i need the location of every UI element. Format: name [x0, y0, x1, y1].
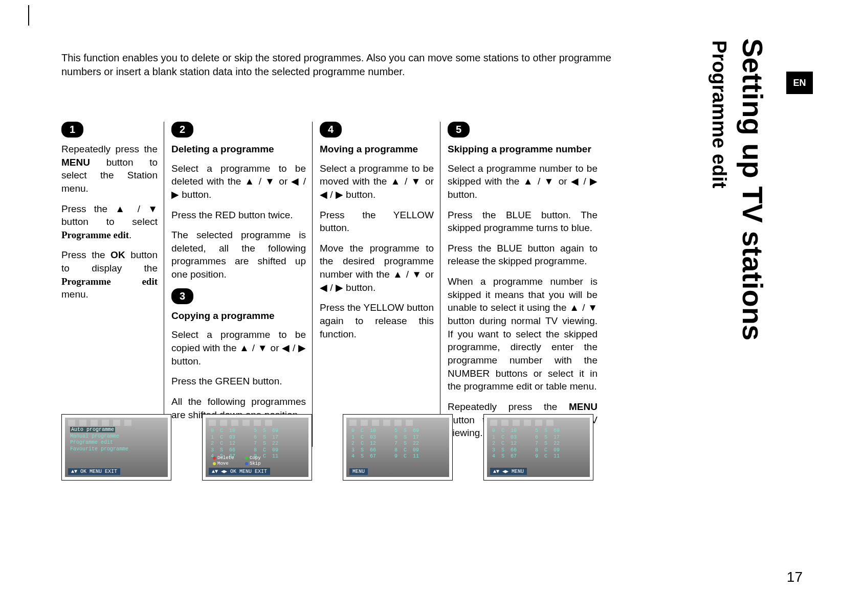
- step-2-title: Deleting a programme: [171, 143, 306, 156]
- step-4-p3: Move the programme to the desired progra…: [320, 242, 434, 294]
- osd-screenshot-4: 0 C 10 5 S 69 1 C 03 6 S 17 2 C 12 7 S 2…: [483, 414, 593, 481]
- page-title-block: Setting up TV stations Programme edit: [708, 38, 769, 340]
- page-title: Setting up TV stations: [736, 38, 769, 340]
- column-1: 1 Repeatedly press the MENU button to se…: [61, 122, 164, 447]
- page-subtitle: Programme edit: [708, 40, 730, 340]
- osd-programme-table: 0 C 10 5 S 69 1 C 03 6 S 17 2 C 12 7 S 2…: [492, 428, 587, 460]
- step-2-badge: 2: [171, 122, 193, 138]
- column-3: 4 Moving a programme Select a programme …: [312, 122, 440, 447]
- step-1-p3: Press the OK button to display the Progr…: [61, 248, 158, 301]
- osd-color-legend: Delete Copy Move Skip: [213, 455, 303, 467]
- osd-menu-list: Auto programme Manual programme Programm…: [70, 427, 165, 452]
- step-3-badge: 3: [171, 288, 193, 304]
- osd-footer-hint: MENU: [349, 468, 368, 475]
- step-1-badge: 1: [61, 122, 83, 138]
- step-4-p1: Select a programme to be moved with the …: [320, 162, 434, 201]
- step-5-p2: Press the BLUE button. The skipped progr…: [448, 209, 597, 235]
- page-number: 17: [787, 569, 803, 585]
- step-3-title: Copying a programme: [171, 309, 306, 323]
- step-5-p1: Select a programme number to be skipped …: [448, 162, 597, 201]
- step-5-badge: 5: [448, 122, 470, 138]
- osd-programme-table: 0 C 10 5 S 69 1 C 03 6 S 17 2 C 12 7 S 2…: [351, 428, 446, 460]
- osd-screenshot-row: Auto programme Manual programme Programm…: [61, 414, 604, 481]
- osd-icon-row: [349, 420, 446, 427]
- osd-footer-hint: ▲▼ ◀▶ MENU: [490, 468, 527, 475]
- osd-icon-row: [68, 420, 165, 427]
- step-1-p2: Press the ▲ / ▼ button to select Program…: [61, 202, 158, 242]
- step-5-p4: When a programme number is skipped it me…: [448, 275, 597, 393]
- step-2-p1: Select a programme to be deleted with th…: [171, 162, 306, 201]
- step-3-p1: Select a programme to be copied with the…: [171, 328, 306, 368]
- language-badge: EN: [786, 72, 813, 94]
- manual-page: EN Setting up TV stations Programme edit…: [0, 0, 841, 616]
- instruction-columns: 1 Repeatedly press the MENU button to se…: [61, 122, 604, 447]
- osd-screenshot-1: Auto programme Manual programme Programm…: [61, 414, 171, 481]
- osd-icon-row: [209, 420, 305, 427]
- step-1-p1: Repeatedly press the MENU button to sele…: [61, 143, 158, 195]
- step-3-p2: Press the GREEN button.: [171, 375, 306, 388]
- crop-mark: [28, 5, 29, 26]
- osd-footer-hint: ▲▼ OK MENU EXIT: [68, 468, 120, 475]
- osd-icon-row: [490, 420, 587, 427]
- step-2-p2: Press the RED button twice.: [171, 209, 306, 222]
- step-4-p2: Press the YELLOW button.: [320, 209, 434, 235]
- osd-programme-table: 0 C 10 5 S 69 1 C 03 6 S 17 2 C 12 7 S 2…: [211, 428, 305, 460]
- step-4-badge: 4: [320, 122, 342, 138]
- osd-screenshot-3: 0 C 10 5 S 69 1 C 03 6 S 17 2 C 12 7 S 2…: [343, 414, 453, 481]
- step-2-p3: The selected programme is deleted, all t…: [171, 229, 306, 281]
- column-4: 5 Skipping a programme number Select a p…: [440, 122, 604, 447]
- osd-screenshot-2: 0 C 10 5 S 69 1 C 03 6 S 17 2 C 12 7 S 2…: [202, 414, 312, 481]
- osd-footer-hint: ▲▼ ◀▶ OK MENU EXIT: [209, 468, 270, 475]
- column-2: 2 Deleting a programme Select a programm…: [164, 122, 312, 447]
- intro-paragraph: This function enables you to delete or s…: [61, 51, 624, 79]
- step-5-title: Skipping a programme number: [448, 143, 597, 156]
- step-4-p4: Press the YELLOW button again to release…: [320, 301, 434, 340]
- step-4-title: Moving a programme: [320, 143, 434, 156]
- step-5-p3: Press the BLUE button again to release t…: [448, 242, 597, 268]
